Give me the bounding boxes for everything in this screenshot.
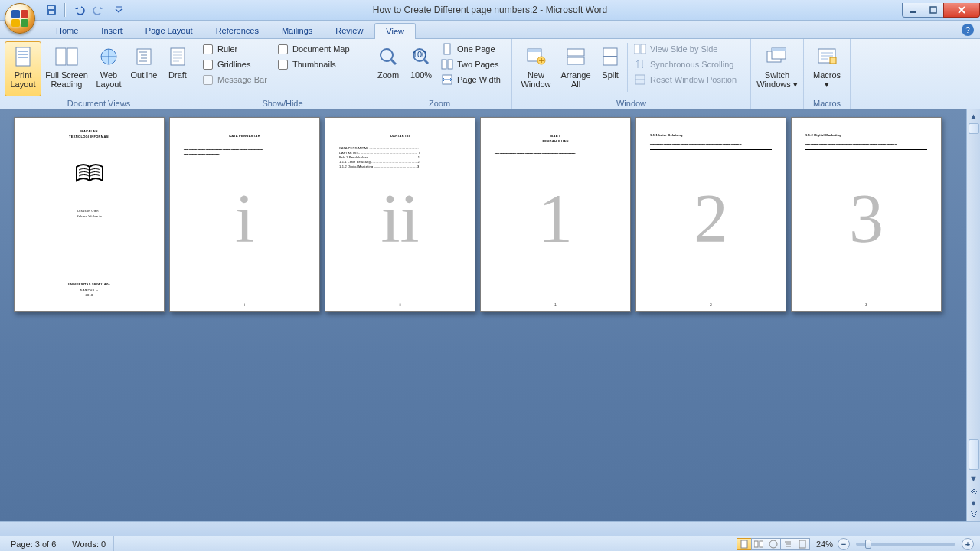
new-window-button[interactable]: New Window (517, 41, 555, 96)
tab-references[interactable]: References (204, 22, 270, 38)
outline-label: Outline (131, 70, 158, 80)
tab-insert[interactable]: Insert (90, 22, 134, 38)
zoom-in-button[interactable]: + (962, 538, 974, 550)
view-side-by-side-button[interactable]: View Side by Side (631, 41, 746, 57)
print-layout-button[interactable]: Print Layout (5, 41, 41, 96)
gridlines-checkbox[interactable]: Gridlines (203, 57, 276, 72)
arrange-all-label: Arrange All (557, 70, 594, 89)
ruler-checkbox[interactable]: Ruler (203, 41, 276, 57)
web-layout-button[interactable]: Web Layout (92, 41, 126, 96)
view-print-layout-icon[interactable] (737, 538, 752, 550)
window-title: How to Create Different page numbers:2 -… (0, 5, 980, 15)
view-outline-icon[interactable] (780, 538, 795, 550)
close-button[interactable] (943, 3, 980, 18)
tab-home[interactable]: Home (44, 22, 90, 38)
svg-rect-1 (48, 6, 54, 9)
two-pages-button[interactable]: Two Pages (438, 57, 507, 72)
page-thumbnail-6[interactable]: 1.1.2 Digital Marketing ━━━━━━━━━━━━━━━━… (791, 117, 942, 312)
page-thumbnail-5[interactable]: 1.1.1 Latar Belakang ━━━━━━━━━━━━━━━━━━━… (635, 117, 786, 312)
one-page-button[interactable]: One Page (438, 41, 507, 57)
scrollbar-thumb[interactable] (969, 439, 979, 470)
outline-icon (132, 44, 156, 69)
print-layout-icon (11, 44, 35, 69)
message-bar-checkbox[interactable]: Message Bar (203, 72, 276, 87)
view-full-screen-icon[interactable] (751, 538, 766, 550)
full-screen-reading-button[interactable]: Full Screen Reading (43, 41, 90, 96)
side-by-side-icon (634, 43, 646, 55)
status-words[interactable]: Words: 0 (64, 536, 114, 551)
page-footer-number: i (170, 302, 319, 307)
qat-separator (64, 3, 66, 17)
qat-customize-icon[interactable] (110, 2, 127, 18)
previous-page-icon[interactable] (970, 484, 978, 497)
outline-button[interactable]: Outline (127, 41, 161, 96)
tab-mailings[interactable]: Mailings (270, 22, 324, 38)
group-switch-windows: Switch Windows ▾ (751, 39, 804, 109)
qat-redo-icon[interactable] (90, 2, 107, 18)
zoom-out-button[interactable]: − (838, 538, 850, 550)
scroll-down-icon[interactable]: ▼ (967, 471, 980, 484)
svg-rect-7 (18, 54, 28, 55)
help-icon[interactable]: ? (962, 24, 974, 36)
svg-rect-32 (772, 48, 786, 51)
page-overlay-number: i (170, 179, 319, 258)
maximize-button[interactable] (923, 3, 944, 18)
thumbnails-checkbox[interactable]: Thumbnails (278, 57, 362, 72)
minimize-button[interactable] (902, 3, 923, 18)
tab-review[interactable]: Review (324, 22, 374, 38)
zoom-slider[interactable] (856, 543, 956, 546)
view-draft-icon[interactable] (795, 538, 810, 550)
sync-scrolling-button[interactable]: Synchronous Scrolling (631, 57, 746, 72)
magnifier-icon (376, 44, 400, 69)
draft-button[interactable]: Draft (162, 41, 193, 96)
arrange-all-button[interactable]: Arrange All (557, 41, 595, 96)
status-page[interactable]: Page: 3 of 6 (3, 536, 64, 551)
split-label: Split (602, 70, 618, 80)
macros-label: Macros▾ (813, 70, 841, 89)
checkbox-icon (278, 44, 288, 54)
page-thumbnail-1[interactable]: MAKALAH TEKNOLOGI INFORMASI Disusun Oleh… (14, 117, 165, 312)
book-icon (74, 162, 105, 185)
arrange-all-icon (564, 44, 588, 69)
zoom-button[interactable]: Zoom (372, 41, 404, 96)
qat-undo-icon[interactable] (70, 2, 87, 18)
status-zoom-level[interactable]: 24% (816, 540, 833, 549)
split-button[interactable]: Split (596, 41, 624, 96)
macros-button[interactable]: Macros▾ (808, 41, 845, 96)
page-overlay-number: 2 (636, 179, 786, 258)
page-thumbnail-3[interactable]: DAFTAR ISI KATA PENGANTAR ..............… (325, 117, 475, 312)
next-page-icon[interactable] (970, 509, 978, 521)
select-browse-object-icon[interactable]: ● (970, 497, 978, 509)
document-area[interactable]: MAKALAH TEKNOLOGI INFORMASI Disusun Oleh… (0, 109, 980, 521)
zoom-100-button[interactable]: 100 100% (406, 41, 436, 96)
group-macros-label: Macros (808, 98, 845, 108)
page-width-icon (441, 73, 453, 86)
group-document-views: Print Layout Full Screen Reading Web Lay… (0, 39, 198, 109)
one-page-icon (441, 43, 453, 55)
page-width-button[interactable]: Page Width (438, 72, 507, 87)
print-layout-label: Print Layout (5, 70, 41, 89)
tab-page-layout[interactable]: Page Layout (134, 22, 204, 38)
page-thumbnail-4[interactable]: BAB I PENDAHULUAN ━━━━━━━━━━━━━━━━━━━━━━… (480, 117, 631, 312)
horizontal-scroll-region (0, 521, 980, 536)
zoom-slider-thumb[interactable] (865, 540, 871, 549)
svg-point-14 (381, 49, 393, 61)
ruler-toggle[interactable] (969, 123, 979, 134)
switch-windows-button[interactable]: Switch Windows ▾ (756, 41, 799, 96)
dropdown-icon: ▾ (793, 80, 798, 89)
tab-view[interactable]: View (374, 23, 416, 39)
office-button[interactable] (5, 3, 35, 34)
svg-rect-12 (137, 49, 151, 64)
page-thumbnail-2[interactable]: KATA PENGANTAR ━━━━━━━━━━━━━━━━━━━━━━━━━… (169, 117, 320, 312)
vertical-scrollbar[interactable]: ▲ ▼ ● (966, 109, 980, 521)
qat-save-icon[interactable] (43, 2, 60, 18)
two-pages-icon (441, 58, 453, 70)
view-web-layout-icon[interactable] (766, 538, 781, 550)
zoom-100-icon: 100 (409, 44, 433, 69)
web-layout-icon (96, 44, 121, 69)
reset-window-position-button[interactable]: Reset Window Position (631, 72, 746, 87)
svg-rect-28 (641, 44, 646, 54)
document-map-checkbox[interactable]: Document Map (278, 41, 362, 57)
scroll-up-icon[interactable]: ▲ (967, 109, 980, 122)
page-footer-number: ii (325, 302, 475, 307)
